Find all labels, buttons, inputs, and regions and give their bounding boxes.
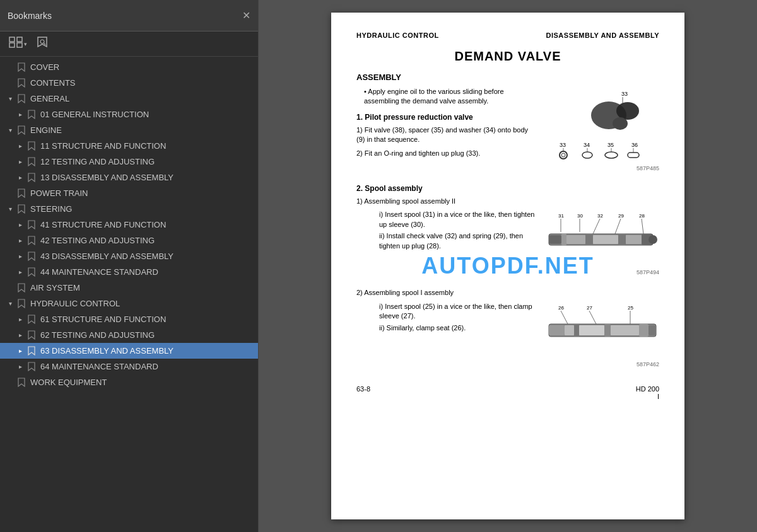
expand-closed-11[interactable] [15,142,25,149]
bm-item-engine[interactable]: ENGINE [0,122,258,138]
bm-label-43: 43 DISASSEMBLY AND ASSEMBLY [40,252,173,261]
svg-rect-57 [639,324,648,337]
bookmarks-title: Bookmarks [8,11,52,21]
bm-item-61[interactable]: 61 STRUCTURE AND FUNCTION [0,311,258,327]
bm-label-general: GENERAL [30,94,69,103]
svg-point-16 [561,153,565,157]
expand-open-engine[interactable] [5,127,15,134]
step1-2: 2) Fit an O-ring and tighten up plug (33… [356,149,536,158]
expand-all-button[interactable]: ▾ [6,35,30,52]
left-panel: Bookmarks ✕ ▾ [0,0,259,532]
bookmark-icon-63 [26,346,37,356]
step2-2ii: ii) Similarly, clamp seat (26). [356,323,536,333]
bm-label-61: 61 STRUCTURE AND FUNCTION [40,315,166,324]
expand-closed-41[interactable] [15,221,25,228]
step1-1: 1) Fit valve (38), spacer (35) and washe… [356,125,536,145]
expand-closed-42[interactable] [15,237,25,244]
bm-item-powertrain[interactable]: POWER TRAIN [0,185,258,201]
bookmark-search-button[interactable] [33,35,51,52]
svg-rect-36 [561,234,566,245]
step2-1ii: ii) Install check valve (32) and spring … [356,231,536,251]
bm-item-11[interactable]: 11 STRUCTURE AND FUNCTION [0,138,258,154]
bm-item-62[interactable]: 62 TESTING AND ADJUSTING [0,327,258,343]
bookmark-icon-43 [26,252,37,261]
bm-item-steering[interactable]: STEERING [0,201,258,217]
svg-line-33 [642,219,643,234]
bookmark-icon-steering [16,204,26,214]
bm-label-engine: ENGINE [30,125,62,135]
expand-closed-13[interactable] [15,174,25,181]
expand-closed-43[interactable] [15,253,25,260]
bm-item-hyd[interactable]: HYDRAULIC CONTROL [0,296,258,311]
svg-rect-0 [9,37,15,42]
document-page: AUTOPDF.NET HYDRAULIC CONTROL DISASSEMBL… [331,13,684,519]
right-panel: AUTOPDF.NET HYDRAULIC CONTROL DISASSEMBL… [259,0,757,532]
svg-text:25: 25 [628,305,633,311]
bookmark-icon-we [16,378,26,387]
svg-rect-54 [579,325,604,335]
diagram-1-container: 33 33 34 35 36 [546,87,659,176]
diagram-2: 31 30 32 29 28 [546,210,659,267]
svg-rect-41 [626,235,642,244]
bm-item-airsystem[interactable]: AIR SYSTEM [0,280,258,296]
expand-closed-64[interactable] [15,363,25,370]
bm-label-airsystem: AIR SYSTEM [30,283,80,292]
close-button[interactable]: ✕ [242,11,250,21]
bm-item-63[interactable]: 63 DISASSEMBLY AND ASSEMBLY [0,343,258,359]
bm-item-44[interactable]: 44 MAINTENANCE STANDARD [0,264,258,280]
footer-left: 63-8 [356,385,370,400]
diagram-2-container: 31 30 32 29 28 [546,210,659,280]
bookmark-icon-42 [26,236,37,245]
svg-point-17 [582,152,592,158]
expand-open-steering[interactable] [5,205,15,212]
section1-title: 1. Pilot pressure reduction valve [356,113,536,122]
bookmarks-header: Bookmarks ✕ [0,0,258,32]
svg-rect-2 [9,43,15,47]
expand-closed-63[interactable] [15,347,25,354]
bm-item-42[interactable]: 42 TESTING AND ADJUSTING [0,233,258,248]
diagram-3: 26 27 25 [546,302,659,359]
bm-item-12[interactable]: 12 TESTING AND ADJUSTING [0,154,258,170]
step2-2: 2) Assembling spool I assembly [356,288,659,298]
expand-icon [9,37,23,51]
svg-point-10 [613,117,628,130]
expand-closed-62[interactable] [15,332,25,338]
bm-item-cover[interactable]: COVER [0,59,258,75]
bm-item-contents[interactable]: CONTENTS [0,75,258,91]
svg-text:30: 30 [577,213,583,219]
svg-rect-40 [618,234,626,245]
text-block-2: i) Insert spool (31) in a vice or the li… [356,210,536,280]
svg-rect-37 [566,235,585,244]
svg-text:28: 28 [639,213,645,219]
bm-item-general[interactable]: GENERAL [0,91,258,107]
expand-closed-61[interactable] [15,316,25,323]
bm-label-63: 63 DISASSEMBLY AND ASSEMBLY [40,346,173,356]
svg-point-43 [648,235,657,244]
expand-closed-44[interactable] [15,269,25,275]
bm-label-cover: COVER [30,62,59,72]
bm-item-41[interactable]: 41 STRUCTURE AND FUNCTION [0,217,258,233]
bm-item-13[interactable]: 13 DISASSEMBLY AND ASSEMBLY [0,170,258,185]
svg-rect-1 [17,37,22,42]
svg-rect-58 [648,325,656,335]
expand-closed-01[interactable] [15,111,25,118]
bm-item-workequip[interactable]: WORK EQUIPMENT [0,374,258,390]
expand-open-hyd[interactable] [5,300,15,307]
bm-item-43[interactable]: 43 DISASSEMBLY AND ASSEMBLY [0,248,258,264]
bm-item-01-general[interactable]: 01 GENERAL INSTRUCTION [0,107,258,122]
svg-line-32 [615,219,621,234]
expand-open-general[interactable] [5,95,15,102]
bm-item-64[interactable]: 64 MAINTENANCE STANDARD [0,359,258,374]
diagram3-caption: 587P462 [546,361,659,367]
bm-label-12: 12 TESTING AND ADJUSTING [40,157,155,166]
bookmark-icon-air [16,283,26,292]
bookmark-icon-13 [26,173,37,182]
svg-text:32: 32 [597,213,603,219]
svg-rect-56 [611,325,639,335]
bookmark-icon-cover [16,62,26,72]
svg-text:36: 36 [631,142,638,148]
bookmark-icon-hyd [16,299,26,308]
bm-label-contents: CONTENTS [30,78,76,88]
svg-point-18 [605,152,618,158]
expand-closed-12[interactable] [15,158,25,165]
